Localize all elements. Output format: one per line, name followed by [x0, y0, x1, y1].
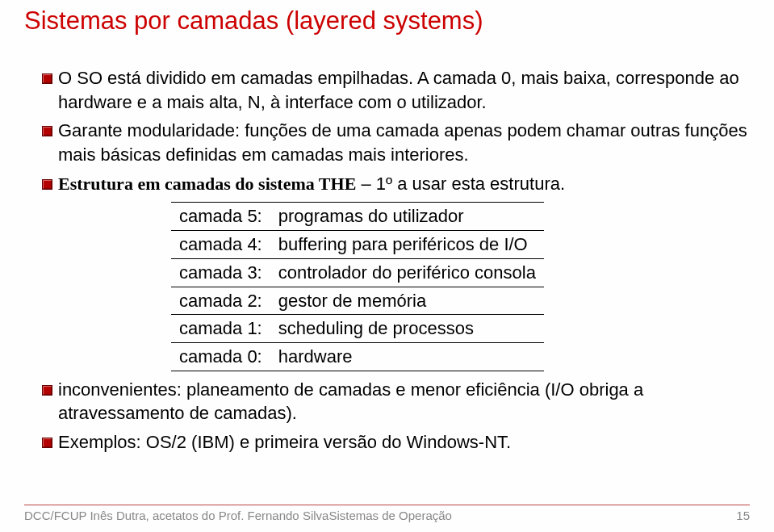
bullet-list: O SO está dividido em camadas empilhadas…: [24, 66, 750, 455]
table-cell: controlador do periférico consola: [270, 258, 544, 287]
table-cell: camada 0:: [171, 342, 270, 371]
table-cell: programas do utilizador: [270, 203, 544, 231]
page-number: 15: [736, 509, 750, 522]
bullet-item: Exemplos: OS/2 (IBM) e primeira versão d…: [42, 430, 750, 455]
table-cell: scheduling de processos: [270, 315, 544, 343]
bullet-item: inconvenientes: planeamento de camadas e…: [42, 378, 750, 425]
table-cell: camada 5:: [171, 203, 270, 231]
bullet-emphasis: Estrutura em camadas do sistema THE: [58, 174, 356, 194]
table-row: camada 4:buffering para periféricos de I…: [171, 231, 544, 259]
bullet-item: Garante modularidade: funções de uma cam…: [42, 119, 750, 166]
bullet-item: Estrutura em camadas do sistema THE – 1º…: [42, 172, 750, 371]
table-cell: camada 3:: [171, 258, 270, 287]
slide-footer: DCC/FCUP Inês Dutra, acetatos do Prof. F…: [24, 505, 750, 522]
table-row: camada 5:programas do utilizador: [171, 203, 544, 231]
table-cell: buffering para periféricos de I/O: [270, 231, 544, 259]
slide-title: Sistemas por camadas (layered systems): [24, 6, 750, 36]
table-cell: gestor de memória: [270, 287, 544, 315]
table-row: camada 2:gestor de memória: [171, 287, 544, 315]
table-row: camada 3:controlador do periférico conso…: [171, 258, 544, 287]
table-row: camada 0:hardware: [171, 342, 544, 371]
table-row: camada 1:scheduling de processos: [171, 315, 544, 343]
bullet-item: O SO está dividido em camadas empilhadas…: [42, 66, 750, 114]
table-cell: camada 1:: [171, 315, 270, 343]
bullet-rest: – 1º a usar esta estrutura.: [356, 174, 565, 194]
table-cell: camada 4:: [171, 231, 270, 259]
footer-left: DCC/FCUP Inês Dutra, acetatos do Prof. F…: [24, 509, 452, 522]
table-cell: hardware: [270, 342, 544, 371]
table-cell: camada 2:: [171, 287, 270, 315]
layers-table: camada 5:programas do utilizador camada …: [171, 202, 544, 371]
